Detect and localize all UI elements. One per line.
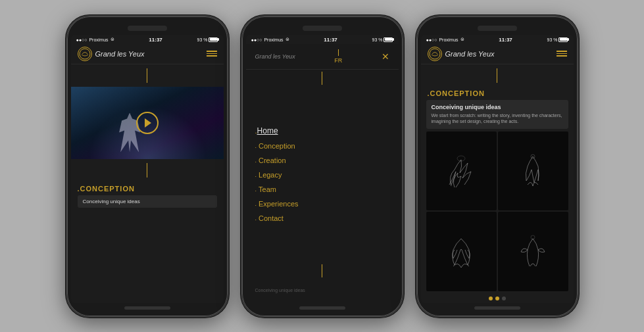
video-section	[71, 87, 224, 159]
vert-divider-top-1	[147, 68, 147, 83]
vert-divider-mid-1	[147, 163, 147, 178]
detail-images-grid	[426, 131, 568, 291]
carrier-3: Proximus	[439, 37, 458, 42]
lang-selector[interactable]: FR	[334, 57, 342, 64]
status-left-3: ●●○○ Proximus ⊜	[426, 37, 464, 42]
logo-text-1: Grand les Yeux	[95, 50, 145, 58]
logo-text-3: Grand les Yeux	[445, 50, 495, 58]
menu-dot-legacy: .	[255, 172, 257, 178]
menu-vert-line	[322, 72, 322, 85]
signal-dots-2: ●●○○	[251, 37, 262, 42]
phone-2-screen: ●●○○ Proximus ⊜ 11:37 93 % Grand les Yeu…	[246, 35, 399, 303]
carousel-dots	[421, 296, 574, 300]
hamburger-line-3	[557, 51, 567, 52]
app-content-1: .CONCEPTION Conceiving unique ideas	[71, 64, 224, 303]
carrier-1: Proximus	[89, 37, 108, 42]
detail-card-text-3: We start from scratch: writing the story…	[432, 112, 563, 126]
wifi-icon: ⊜	[111, 37, 114, 42]
menu-item-conception[interactable]: . Conception	[246, 139, 399, 153]
conception-title-1: .CONCEPTION	[78, 185, 217, 193]
svg-point-1	[430, 49, 440, 59]
hamburger-menu-3[interactable]	[557, 51, 567, 57]
signal-dots-3: ●●○○	[426, 37, 437, 42]
conception-section: .CONCEPTION Conceiving unique ideas	[71, 181, 224, 211]
phone-2: ●●○○ Proximus ⊜ 11:37 93 % Grand les Yeu…	[241, 15, 404, 318]
menu-bottom: Conceiving unique ideas	[246, 279, 399, 298]
wifi-icon-3: ⊜	[460, 37, 464, 42]
dot-3[interactable]	[502, 296, 506, 300]
detail-title-3: .CONCEPTION	[428, 89, 567, 97]
sketch-svg-2	[513, 153, 553, 189]
detail-title-section: .CONCEPTION	[421, 87, 574, 100]
battery-pct-2: 93 %	[372, 37, 383, 42]
dot-1[interactable]	[489, 296, 493, 300]
menu-label-conception: Conception	[259, 142, 295, 150]
menu-label-creation: Creation	[259, 156, 286, 164]
app-header-1: Grand les Yeux	[71, 44, 224, 64]
time-1: 11:37	[149, 37, 162, 43]
app-header-3: Grand les Yeux	[421, 44, 574, 64]
status-bar-2: ●●○○ Proximus ⊜ 11:37 93 %	[246, 35, 399, 44]
battery-icon-3	[558, 37, 568, 42]
hamburger-line	[207, 55, 217, 57]
phones-container: ●●○○ Proximus ⊜ 11:37 93 %	[66, 15, 579, 318]
app-content-3: .CONCEPTION Conceiving unique ideas We s…	[421, 64, 574, 303]
battery-pct-3: 93 %	[547, 37, 558, 42]
menu-item-experiences[interactable]: . Experiences	[246, 197, 399, 211]
hamburger-line	[207, 53, 217, 55]
sketch-img-1	[426, 131, 497, 210]
battery-icon-1	[209, 37, 218, 42]
menu-item-contact[interactable]: . Contact	[246, 211, 399, 225]
menu-item-team[interactable]: . Team	[246, 182, 399, 197]
status-bar-3: ●●○○ Proximus ⊜ 11:37 93 %	[421, 35, 574, 44]
sketch-svg-3	[441, 233, 481, 270]
time-3: 11:37	[499, 37, 512, 43]
sketch-img-2	[498, 131, 568, 210]
svg-point-0	[80, 49, 90, 59]
menu-label-home: Home	[257, 126, 278, 135]
menu-bottom-text: Conceiving unique ideas	[255, 288, 305, 293]
dot-2[interactable]	[495, 296, 499, 300]
phone-3: ●●○○ Proximus ⊜ 11:37 93 %	[416, 15, 579, 318]
hamburger-line-3	[557, 53, 567, 55]
logo-area-3: Grand les Yeux	[428, 47, 495, 61]
status-right-3: 93 %	[547, 37, 568, 42]
menu-overlay: Grand les Yeux FR ✕ . Home . Conc	[246, 44, 399, 303]
menu-dot-contact: .	[255, 215, 257, 222]
logo-area-1: Grand les Yeux	[78, 47, 145, 61]
menu-vert-line-bottom	[322, 264, 322, 277]
detail-card-3: Conceiving unique ideas We start from sc…	[426, 100, 568, 130]
phone-1: ●●○○ Proximus ⊜ 11:37 93 %	[66, 15, 229, 318]
status-bar-1: ●●○○ Proximus ⊜ 11:37 93 %	[71, 35, 224, 44]
carrier-2: Proximus	[264, 37, 283, 42]
menu-items-list: . Home . Conception . Creation . Legacy	[246, 87, 399, 262]
menu-logo: Grand les Yeux	[255, 53, 295, 60]
status-left-2: ●●○○ Proximus ⊜	[251, 37, 289, 42]
sketch-img-3	[426, 212, 497, 291]
menu-label-legacy: Legacy	[259, 171, 282, 179]
signal-dots: ●●○○	[76, 37, 87, 42]
detail-card-title-3: Conceiving unique ideas	[432, 104, 563, 110]
hamburger-menu-1[interactable]	[207, 51, 217, 57]
battery-icon-2	[384, 37, 393, 42]
logo-circle-1	[78, 47, 92, 61]
vert-divider-3	[497, 68, 497, 83]
menu-item-legacy[interactable]: . Legacy	[246, 168, 399, 182]
wifi-icon-2: ⊜	[285, 37, 289, 42]
menu-header: Grand les Yeux FR ✕	[246, 49, 399, 70]
menu-item-creation[interactable]: . Creation	[246, 153, 399, 168]
play-triangle-icon	[145, 118, 151, 128]
menu-dot-creation: .	[255, 157, 257, 164]
conception-card-text-1: Conceiving unique ideas	[83, 199, 212, 204]
status-right-2: 93 %	[372, 37, 393, 42]
play-button[interactable]	[136, 112, 159, 134]
close-menu-button[interactable]: ✕	[382, 52, 389, 61]
logo-circle-3	[428, 47, 442, 61]
menu-dot-team: .	[255, 186, 257, 193]
menu-item-home[interactable]: . Home	[246, 123, 399, 139]
sketch-svg-4	[513, 233, 553, 270]
sketch-svg-1	[441, 153, 481, 189]
menu-label-contact: Contact	[259, 214, 284, 222]
menu-label-team: Team	[259, 185, 276, 193]
time-2: 11:37	[324, 37, 337, 43]
